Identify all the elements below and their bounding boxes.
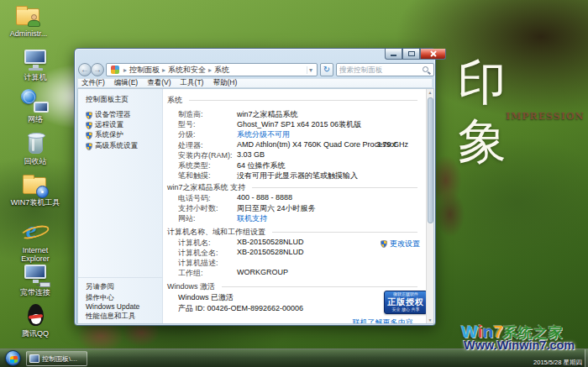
sidebar-item-label: 设备管理器	[95, 110, 131, 120]
genuine-badge[interactable]: 微软正版软件 正版授权 安全 放心 共享	[384, 291, 426, 314]
vertical-scrollbar[interactable]: ▲ ▼	[426, 89, 433, 323]
section-title-system: 系统	[167, 95, 417, 105]
uac-shield-icon	[381, 240, 387, 248]
desktop-icon-computer[interactable]: 计算机	[8, 46, 62, 81]
row-model: 型号:Ghost_Win7 SP1 x64 2015 06装机版	[178, 119, 417, 129]
chevron-right-icon: ▸	[162, 66, 165, 74]
desktop-icon-network[interactable]: 网络	[8, 88, 62, 123]
search-box	[336, 63, 434, 76]
back-button[interactable]: ←	[78, 63, 92, 76]
user-folder-icon	[13, 3, 44, 29]
icon-label: 宽带连接	[8, 288, 62, 296]
sidebar-item-home[interactable]: 控制面板主页	[86, 95, 129, 105]
window-content: 控制面板主页 设备管理器 远程设置 系统保护 高级系统设置 另请参阅 操作中心 …	[77, 88, 434, 324]
row-manufacturer: 制造商:win7之家精品系统	[178, 109, 417, 119]
breadcrumb-system[interactable]: 系统	[214, 65, 229, 76]
address-bar[interactable]: ▸ 控制面板 ▸ 系统和安全 ▸ 系统 ▾	[106, 63, 318, 76]
menu-file[interactable]: 文件(F)	[81, 78, 105, 88]
sidebar-item-system-protection[interactable]: 系统保护	[86, 130, 123, 140]
sidebar-item-label: 远程设置	[95, 120, 123, 130]
wallpaper-title-char: 象	[456, 116, 508, 166]
desktop-icon-recycle-bin[interactable]: 回收站	[8, 130, 62, 165]
desktop-icon-broadband[interactable]: 宽带连接	[8, 261, 62, 296]
desktop: 印 象 IMPRESSION Administr... 计算机 网络 回收站 W…	[0, 0, 588, 367]
icon-label: Internet Explorer	[8, 246, 62, 263]
scroll-up-icon[interactable]: ▲	[427, 90, 433, 95]
menu-view[interactable]: 查看(V)	[147, 78, 171, 88]
sidebar-item-advanced-settings[interactable]: 高级系统设置	[86, 141, 138, 151]
desktop-icon-internet-explorer[interactable]: e Internet Explorer	[8, 219, 62, 263]
desktop-icon-qq[interactable]: 腾讯QQ	[8, 302, 62, 338]
menu-bar: 文件(F) 编辑(E) 查看(V) 工具(T) 帮助(H)	[77, 78, 433, 88]
sidebar-item-label: 性能信息和工具	[86, 312, 136, 322]
navigation-bar: ← → ▸ 控制面板 ▸ 系统和安全 ▸ 系统 ▾ ↻	[78, 63, 432, 76]
sidebar-item-label: 系统保护	[95, 130, 123, 140]
menu-help[interactable]: 帮助(H)	[213, 78, 237, 88]
minimize-button[interactable]	[385, 49, 402, 60]
caption-buttons	[385, 49, 446, 60]
learn-more-link[interactable]: 联机了解更多内容...	[352, 317, 419, 323]
refresh-button[interactable]: ↻	[320, 63, 333, 76]
menu-edit[interactable]: 编辑(E)	[114, 78, 138, 88]
sidebar-divider	[78, 277, 162, 278]
system-info-pane: 系统 制造商:win7之家精品系统 型号:Ghost_Win7 SP1 x64 …	[163, 89, 426, 323]
windows-flag-icon	[10, 355, 18, 363]
chevron-right-icon: ▸	[123, 66, 127, 74]
row-website: 网站:联机支持	[178, 213, 417, 223]
taskbar-button-label: 控制面板\系统和...	[42, 354, 84, 364]
row-system-type: 系统类型:64 位操作系统	[178, 160, 417, 170]
tools-folder-icon	[20, 171, 50, 198]
forward-button[interactable]: →	[91, 63, 104, 76]
scroll-down-icon[interactable]: ▼	[427, 317, 433, 322]
row-product-id: 产品 ID: 00426-OEM-8992662-00006	[178, 303, 417, 313]
sidebar-item-device-manager[interactable]: 设备管理器	[86, 110, 131, 120]
winwin7-url-watermark: Www.Winwin7.com	[464, 338, 575, 352]
icon-label: Administr...	[2, 29, 55, 38]
start-button[interactable]	[5, 350, 21, 366]
badge-line3: 安全 放心 共享	[385, 307, 426, 312]
online-support-link[interactable]: 联机支持	[237, 213, 267, 223]
address-dropdown-icon[interactable]: ▾	[307, 66, 314, 74]
system-window: ← → ▸ 控制面板 ▸ 系统和安全 ▸ 系统 ▾ ↻ 文件(F) 编辑(E) …	[74, 48, 436, 326]
uac-shield-icon	[86, 132, 92, 139]
show-desktop-button[interactable]	[585, 349, 588, 367]
breadcrumb-control-panel[interactable]: 控制面板	[129, 65, 160, 76]
desktop-icon-win7-tools[interactable]: WIN7装机工具	[8, 171, 62, 207]
badge-line2: 正版授权	[385, 297, 426, 307]
task-sidebar: 控制面板主页 设备管理器 远程设置 系统保护 高级系统设置 另请参阅 操作中心 …	[78, 89, 163, 323]
sidebar-item-windows-update[interactable]: Windows Update	[86, 302, 139, 311]
computer-icon	[20, 46, 50, 73]
sidebar-item-label: 高级系统设置	[95, 141, 138, 151]
menu-tools[interactable]: 工具(T)	[181, 78, 204, 88]
window-icon	[29, 354, 39, 363]
sidebar-item-label: Windows Update	[86, 302, 139, 311]
desktop-icon-administrator[interactable]: Administr...	[2, 3, 55, 38]
chevron-right-icon: ▸	[208, 66, 212, 74]
sidebar-item-performance[interactable]: 性能信息和工具	[86, 312, 136, 322]
uac-shield-icon	[86, 143, 92, 150]
row-processor: 处理器:AMD Athlon(tm) X4 760K Quad Core Pro…	[178, 140, 417, 150]
recycle-bin-icon	[20, 130, 50, 157]
row-workgroup: 工作组:WORKGROUP	[178, 268, 417, 278]
badge-line1: 微软正版软件	[385, 291, 426, 297]
section-title-support: win7之家精品系统 支持	[167, 182, 417, 192]
rating-link[interactable]: 系统分级不可用	[237, 129, 290, 139]
row-full-name: 计算机全名:XB-20150528NLUD	[178, 248, 417, 258]
row-description: 计算机描述:	[178, 258, 417, 268]
search-input[interactable]	[339, 65, 419, 75]
taskbar-window-button[interactable]: 控制面板\系统和...	[26, 351, 87, 366]
forward-icon: →	[93, 65, 102, 74]
sidebar-item-remote-settings[interactable]: 远程设置	[86, 120, 123, 130]
back-icon: ←	[81, 65, 89, 74]
search-icon	[423, 66, 428, 72]
close-button[interactable]	[420, 49, 446, 60]
network-icon	[20, 88, 50, 115]
uac-shield-icon	[86, 122, 92, 129]
section-title-computer-name: 计算机名称、域和工作组设置	[167, 227, 417, 237]
maximize-button[interactable]	[402, 49, 420, 60]
scrollbar-thumb[interactable]	[428, 97, 433, 223]
taskbar-clock-date[interactable]: 2015/5/28 星期四	[533, 359, 582, 367]
breadcrumb-system-security[interactable]: 系统和安全	[168, 65, 206, 76]
see-also-title: 另请参阅	[86, 282, 114, 292]
uac-shield-icon	[86, 112, 92, 119]
